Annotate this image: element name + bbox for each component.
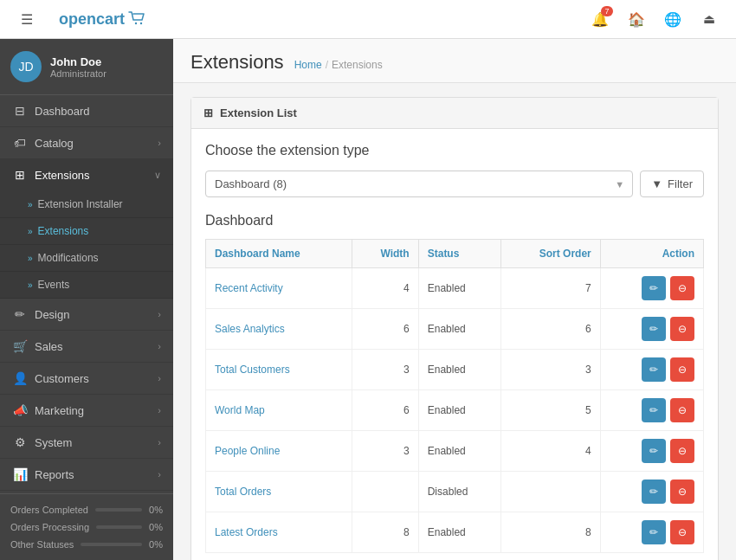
logo-cart-icon [128, 10, 147, 29]
content-body: ⊞ Extension List Choose the extension ty… [173, 83, 736, 560]
extensions-submenu: » Extension Installer » Extensions » Mod… [0, 191, 173, 299]
navbar-brand: ☰ opencart [10, 3, 584, 35]
sidebar-subitem-extension-installer[interactable]: » Extension Installer [0, 191, 173, 218]
delete-button[interactable]: ⊖ [670, 357, 694, 382]
sidebar: JD John Doe Administrator ⊟ Dashboard 🏷 … [0, 39, 173, 560]
sub-arrow-icon: » [28, 280, 33, 290]
logo: opencart [59, 10, 147, 29]
cell-width: 8 [352, 512, 419, 553]
status-bar [96, 525, 142, 529]
status-pct: 0% [149, 522, 163, 532]
edit-button[interactable]: ✏ [642, 398, 666, 422]
home-button[interactable]: 🏠 [620, 3, 653, 35]
cell-status: Enabled [418, 268, 501, 309]
sidebar-item-label: Reports [35, 468, 151, 481]
hamburger-button[interactable]: ☰ [10, 3, 43, 35]
sidebar-item-reports[interactable]: 📊 Reports › [0, 459, 173, 491]
sidebar-subitem-events[interactable]: » Events [0, 272, 173, 299]
cell-width: 6 [352, 390, 419, 431]
power-icon: ⏏ [703, 11, 715, 27]
filter-row: Dashboard (8) ▼ ▼ Filter [205, 171, 704, 197]
sidebar-item-label: Design [35, 308, 151, 321]
cell-sort-order: 5 [501, 390, 600, 431]
col-header-name: Dashboard Name [206, 240, 352, 268]
cell-name: Recent Activity [206, 268, 352, 309]
edit-button[interactable]: ✏ [642, 276, 666, 300]
extension-list-panel: ⊞ Extension List Choose the extension ty… [190, 97, 719, 560]
delete-button[interactable]: ⊖ [670, 398, 694, 422]
profile-info: John Doe Administrator [50, 55, 107, 79]
col-header-status: Status [418, 240, 501, 268]
filter-button[interactable]: ▼ Filter [640, 171, 704, 197]
sub-arrow-icon: » [28, 200, 33, 209]
sidebar-subitem-modifications[interactable]: » Modifications [0, 245, 173, 272]
cell-status: Enabled [418, 309, 501, 350]
edit-button[interactable]: ✏ [642, 357, 666, 382]
breadcrumb: Home / Extensions [294, 59, 383, 71]
breadcrumb-home-link[interactable]: Home [294, 59, 322, 71]
sidebar-status-panel: Orders Completed 0% Orders Processing 0%… [0, 493, 173, 560]
table-header-row: Dashboard Name Width Status Sort Order A… [206, 240, 704, 268]
cell-action: ✏ ⊖ [600, 472, 703, 512]
avatar: JD [10, 51, 42, 82]
table-row: Total Orders Disabled ✏ ⊖ [206, 472, 704, 512]
profile-name: John Doe [50, 55, 107, 68]
section-title: Dashboard [205, 213, 704, 229]
sidebar-item-sales[interactable]: 🛒 Sales › [0, 331, 173, 363]
table-row: World Map 6 Enabled 5 ✏ ⊖ [206, 390, 704, 431]
filter-btn-label: Filter [668, 177, 693, 190]
cell-sort-order: 6 [501, 309, 600, 350]
sidebar-item-label: Marketing [35, 404, 151, 417]
status-pct: 0% [149, 505, 163, 515]
edit-button[interactable]: ✏ [642, 520, 666, 544]
extension-type-select[interactable]: Dashboard (8) [205, 171, 633, 197]
edit-button[interactable]: ✏ [642, 480, 666, 504]
cell-sort-order [501, 472, 600, 512]
system-icon: ⚙ [12, 435, 28, 449]
cell-action: ✏ ⊖ [600, 431, 703, 472]
chevron-right-icon: › [158, 138, 161, 148]
cell-name: Total Customers [206, 350, 352, 390]
sidebar-item-design[interactable]: ✏ Design › [0, 299, 173, 331]
status-bar [81, 543, 142, 546]
chevron-right-icon: › [158, 469, 161, 480]
reports-icon: 📊 [12, 467, 28, 481]
notifications-button[interactable]: 🔔 7 [584, 3, 617, 35]
sidebar-item-marketing[interactable]: 📣 Marketing › [0, 395, 173, 427]
main-content: Extensions Home / Extensions ⊞ Extension… [173, 39, 736, 560]
dashboard-icon: ⊟ [12, 104, 28, 118]
cell-name: Sales Analytics [206, 309, 352, 350]
globe-button[interactable]: 🌐 [656, 3, 689, 35]
table-row: Latest Orders 8 Enabled 8 ✏ ⊖ [206, 512, 704, 553]
cell-name: Latest Orders [206, 512, 352, 553]
sidebar-item-system[interactable]: ⚙ System › [0, 427, 173, 459]
sidebar-subitem-extensions[interactable]: » Extensions [0, 218, 173, 245]
delete-button[interactable]: ⊖ [670, 520, 694, 544]
globe-icon: 🌐 [664, 11, 681, 28]
cell-status: Enabled [418, 512, 501, 553]
chevron-right-icon: › [158, 373, 161, 383]
sidebar-item-catalog[interactable]: 🏷 Catalog › [0, 127, 173, 159]
panel-heading-text: Extension List [220, 106, 297, 119]
table-row: Recent Activity 4 Enabled 7 ✏ ⊖ [206, 268, 704, 309]
status-item-other-statuses: Other Statuses 0% [0, 536, 173, 553]
delete-button[interactable]: ⊖ [670, 276, 694, 300]
page-title: Extensions [190, 51, 284, 74]
sidebar-item-customers[interactable]: 👤 Customers › [0, 363, 173, 395]
power-button[interactable]: ⏏ [693, 3, 726, 35]
delete-button[interactable]: ⊖ [670, 317, 694, 341]
delete-button[interactable]: ⊖ [670, 439, 694, 463]
sidebar-item-label: Customers [35, 372, 151, 385]
edit-button[interactable]: ✏ [642, 317, 666, 341]
chevron-right-icon: › [158, 405, 161, 415]
sidebar-item-dashboard[interactable]: ⊟ Dashboard [0, 95, 173, 127]
sub-arrow-icon: » [28, 227, 33, 236]
panel-heading: ⊞ Extension List [191, 98, 718, 129]
cell-action: ✏ ⊖ [600, 512, 703, 553]
edit-button[interactable]: ✏ [642, 439, 666, 463]
sidebar-item-extensions[interactable]: ⊞ Extensions ∨ [0, 159, 173, 191]
status-item-orders-completed: Orders Completed 0% [0, 501, 173, 518]
marketing-icon: 📣 [12, 403, 28, 417]
chevron-down-icon: ∨ [154, 170, 161, 181]
delete-button[interactable]: ⊖ [670, 480, 694, 504]
